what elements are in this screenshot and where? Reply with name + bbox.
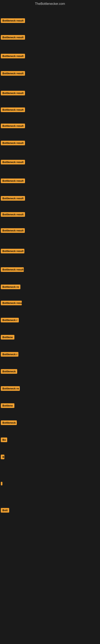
list-item: Bottleneck result xyxy=(1,124,25,129)
bottleneck-badge[interactable]: Bottleneck result xyxy=(1,212,25,217)
site-title: TheBottlenecker.com xyxy=(0,0,100,7)
list-item: Bottleneck xyxy=(1,369,17,374)
bottleneck-badge-tiny[interactable] xyxy=(1,482,2,486)
list-item: Bottleneck resul xyxy=(1,301,22,306)
list-item: Bottleneck result xyxy=(1,71,25,76)
items-container: Bottleneck resultBottleneck resultBottle… xyxy=(0,7,100,548)
list-item: Bottleneck result xyxy=(1,35,25,40)
list-item: Bottleneck result xyxy=(1,18,25,24)
bottleneck-badge[interactable]: Bottleneck result xyxy=(1,54,25,58)
bottleneck-badge[interactable]: Bottlene xyxy=(1,403,14,408)
list-item: Bo xyxy=(1,438,7,443)
list-item: Bottleneck result xyxy=(1,249,24,254)
bottleneck-badge[interactable]: Bottleneck result xyxy=(1,108,25,112)
bottleneck-badge[interactable]: Bottleneck result xyxy=(1,196,25,201)
list-item: Bott xyxy=(1,508,9,514)
list-item: Bottleneck result xyxy=(1,178,25,184)
list-item: Bottleneck re xyxy=(1,284,20,290)
bottleneck-badge[interactable]: Bottleneck result xyxy=(1,141,25,145)
list-item: B xyxy=(1,454,4,460)
bottleneck-badge[interactable]: Bottleneck re xyxy=(1,386,20,391)
list-item: Bottleneck result xyxy=(1,91,25,96)
list-item xyxy=(1,482,2,486)
bottleneck-badge[interactable]: Bottleneck result xyxy=(1,249,24,253)
bottleneck-badge[interactable]: Bottleneck re xyxy=(1,284,20,289)
list-item: Bottlene xyxy=(1,335,14,340)
list-item: Bottleneck result xyxy=(1,196,25,202)
bottleneck-badge[interactable]: Bottleneck result xyxy=(1,160,25,164)
list-item: Bottleneck result xyxy=(1,267,24,273)
bottleneck-badge[interactable]: Bottleneck result xyxy=(1,18,25,23)
bottleneck-badge[interactable]: B xyxy=(1,454,4,459)
bottleneck-badge[interactable]: Bottleneck xyxy=(1,369,17,374)
list-item: Bottleneck result xyxy=(1,160,25,165)
list-item: Bottlene xyxy=(1,403,14,409)
bottleneck-badge[interactable]: Bottleneck result xyxy=(1,71,25,76)
bottleneck-badge[interactable]: Bottleneck r xyxy=(1,318,19,322)
list-item: Bottleneck result xyxy=(1,108,25,113)
bottleneck-badge[interactable]: Bottleneck xyxy=(1,420,17,425)
list-item: Bottleneck re xyxy=(1,386,20,392)
bottleneck-badge[interactable]: Bottleneck result xyxy=(1,228,25,233)
bottleneck-badge[interactable]: Bottleneck resul xyxy=(1,301,22,305)
bottleneck-badge[interactable]: Bo xyxy=(1,438,7,442)
list-item: Bottleneck result xyxy=(1,228,25,234)
bottleneck-badge[interactable]: Bottleneck result xyxy=(1,35,25,40)
bottleneck-badge[interactable]: Bottleneck result xyxy=(1,267,24,272)
list-item: Bottleneck xyxy=(1,420,17,426)
list-item: Bottleneck r xyxy=(1,318,19,323)
list-item: Bottleneck result xyxy=(1,54,25,59)
bottleneck-badge[interactable]: Bottleneck result xyxy=(1,91,25,96)
bottleneck-badge[interactable]: Bott xyxy=(1,508,9,512)
bottleneck-badge[interactable]: Bottleneck result xyxy=(1,178,25,183)
list-item: Bottleneck result xyxy=(1,212,25,218)
bottleneck-badge[interactable]: Bottleneck result xyxy=(1,124,25,128)
list-item: Bottleneck r xyxy=(1,352,18,358)
list-item: Bottleneck result xyxy=(1,141,25,146)
bottleneck-badge[interactable]: Bottlene xyxy=(1,335,14,340)
bottleneck-badge[interactable]: Bottleneck r xyxy=(1,352,18,356)
page-wrapper: TheBottlenecker.com Bottleneck resultBot… xyxy=(0,0,100,644)
